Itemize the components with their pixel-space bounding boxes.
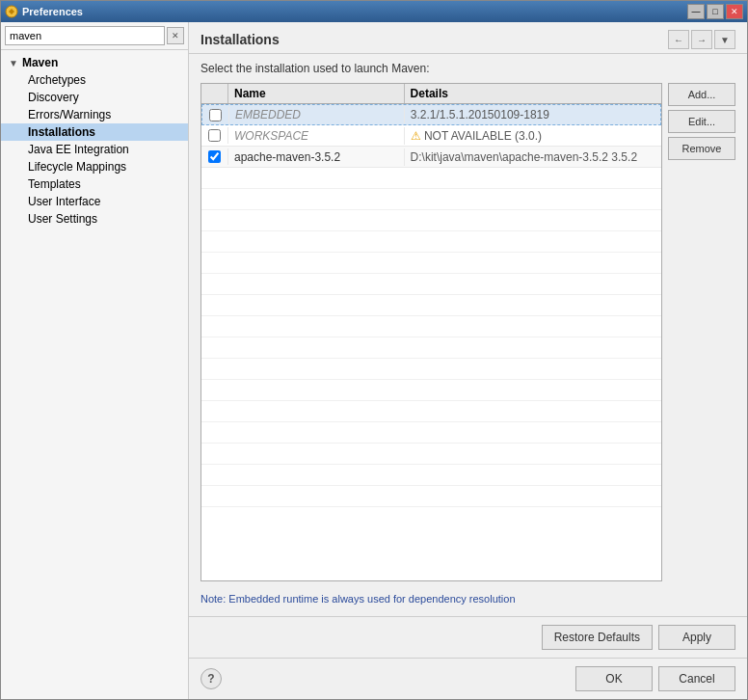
main-panel: Installations ← → ▼ Select the installat… <box>189 22 747 699</box>
sidebar-item-templates-label: Templates <box>28 177 81 191</box>
panel-title: Installations <box>200 32 280 47</box>
title-bar: Preferences — □ ✕ <box>1 1 747 22</box>
dropdown-button[interactable]: ▼ <box>714 30 735 49</box>
dialog-bottom-bar: ? OK Cancel <box>189 658 747 699</box>
preferences-window: Preferences — □ ✕ ✕ ▼ Maven Archetypes <box>0 0 748 700</box>
sidebar: ✕ ▼ Maven Archetypes Discovery Errors/Wa… <box>1 22 189 699</box>
sidebar-item-archetypes[interactable]: Archetypes <box>1 71 188 89</box>
row-details-apache: D:\kit\java\maven\apache-maven-3.5.2 3.5… <box>405 148 661 166</box>
empty-row <box>201 422 661 444</box>
empty-row <box>201 316 661 337</box>
description-text: Select the installation used to launch M… <box>200 62 735 75</box>
minimize-button[interactable]: — <box>687 4 705 19</box>
close-button[interactable]: ✕ <box>726 4 743 19</box>
add-button[interactable]: Add... <box>668 83 735 106</box>
forward-button[interactable]: → <box>691 30 712 49</box>
sidebar-item-user-settings-label: User Settings <box>28 212 97 226</box>
table-row[interactable]: EMBEDDED 3.2.1/1.5.1.20150109-1819 <box>201 104 661 125</box>
table-row[interactable]: apache-maven-3.5.2 D:\kit\java\maven\apa… <box>201 147 661 168</box>
dialog-buttons: OK Cancel <box>575 666 735 691</box>
sidebar-item-user-settings[interactable]: User Settings <box>1 210 188 228</box>
table-container: Name Details EMBEDDED 3 <box>200 83 735 581</box>
content-area: ✕ ▼ Maven Archetypes Discovery Errors/Wa… <box>1 22 747 699</box>
empty-row <box>201 189 661 210</box>
empty-row <box>201 274 661 295</box>
search-bar: ✕ <box>1 22 188 50</box>
sidebar-item-installations[interactable]: Installations <box>1 123 188 141</box>
sidebar-item-user-interface[interactable]: User Interface <box>1 193 188 210</box>
table-buttons: Add... Edit... Remove <box>668 83 735 581</box>
empty-row <box>201 337 661 359</box>
search-input[interactable] <box>5 26 165 45</box>
sidebar-item-installations-label: Installations <box>28 125 95 139</box>
sidebar-item-errors-warnings[interactable]: Errors/Warnings <box>1 106 188 123</box>
row-checkbox-embedded <box>202 107 229 123</box>
panel-header: Installations ← → ▼ <box>189 22 747 54</box>
row-name-workspace: WORKSPACE <box>228 127 405 145</box>
sidebar-item-lifecycle-label: Lifecycle Mappings <box>28 160 126 174</box>
sidebar-item-user-interface-label: User Interface <box>28 195 100 208</box>
restore-defaults-button[interactable]: Restore Defaults <box>542 625 653 650</box>
maximize-button[interactable]: □ <box>707 4 724 19</box>
empty-row <box>201 359 661 380</box>
sidebar-item-errors-warnings-label: Errors/Warnings <box>28 108 111 121</box>
sidebar-item-maven-label: Maven <box>22 56 58 69</box>
empty-row <box>201 253 661 274</box>
expand-icon: ▼ <box>9 58 18 68</box>
bottom-action-bar: Restore Defaults Apply <box>189 616 747 658</box>
checkbox-apache[interactable] <box>208 150 221 163</box>
details-column-header: Details <box>405 84 661 103</box>
empty-row <box>201 444 661 465</box>
panel-content: Select the installation used to launch M… <box>189 54 747 616</box>
sidebar-item-templates[interactable]: Templates <box>1 175 188 193</box>
remove-button[interactable]: Remove <box>668 137 735 160</box>
sidebar-item-java-ee[interactable]: Java EE Integration <box>1 141 188 158</box>
checkbox-embedded[interactable] <box>209 109 222 121</box>
note-text: Note: Embedded runtime is always used fo… <box>200 589 735 608</box>
window-title: Preferences <box>22 6 683 17</box>
empty-row <box>201 465 661 486</box>
row-checkbox-apache <box>201 148 228 165</box>
sidebar-item-java-ee-label: Java EE Integration <box>28 143 129 156</box>
table-row[interactable]: WORKSPACE ⚠ NOT AVAILABLE (3.0.) <box>201 125 661 147</box>
checkbox-column-header <box>201 84 228 103</box>
empty-row <box>201 231 661 253</box>
sidebar-item-maven[interactable]: ▼ Maven <box>1 54 188 71</box>
row-details-embedded: 3.2.1/1.5.1.20150109-1819 <box>405 106 660 123</box>
table-header: Name Details <box>201 84 661 104</box>
empty-row <box>201 486 661 507</box>
empty-row <box>201 380 661 401</box>
help-button[interactable]: ? <box>200 668 222 689</box>
empty-row <box>201 168 661 189</box>
apply-button[interactable]: Apply <box>658 625 735 650</box>
header-toolbar: ← → ▼ <box>668 30 735 49</box>
sidebar-item-lifecycle[interactable]: Lifecycle Mappings <box>1 158 188 175</box>
tree-area: ▼ Maven Archetypes Discovery Errors/Warn… <box>1 50 188 699</box>
back-button[interactable]: ← <box>668 30 689 49</box>
row-name-embedded: EMBEDDED <box>229 106 405 123</box>
empty-row <box>201 295 661 316</box>
sidebar-item-discovery[interactable]: Discovery <box>1 89 188 106</box>
search-clear-button[interactable]: ✕ <box>167 27 184 44</box>
ok-button[interactable]: OK <box>575 666 653 691</box>
checkbox-workspace[interactable] <box>208 129 221 142</box>
installations-table: Name Details EMBEDDED 3 <box>200 83 662 581</box>
warning-icon: ⚠ <box>411 129 421 143</box>
sidebar-item-archetypes-label: Archetypes <box>28 73 86 87</box>
empty-row <box>201 210 661 231</box>
sidebar-item-discovery-label: Discovery <box>28 91 79 104</box>
empty-row <box>201 401 661 422</box>
edit-button[interactable]: Edit... <box>668 110 735 133</box>
row-checkbox-workspace <box>201 127 228 144</box>
row-name-apache: apache-maven-3.5.2 <box>228 148 405 166</box>
name-column-header: Name <box>228 84 405 103</box>
window-icon <box>5 5 18 18</box>
row-details-workspace: ⚠ NOT AVAILABLE (3.0.) <box>405 127 661 145</box>
cancel-button[interactable]: Cancel <box>658 666 735 691</box>
window-controls: — □ ✕ <box>687 4 743 19</box>
